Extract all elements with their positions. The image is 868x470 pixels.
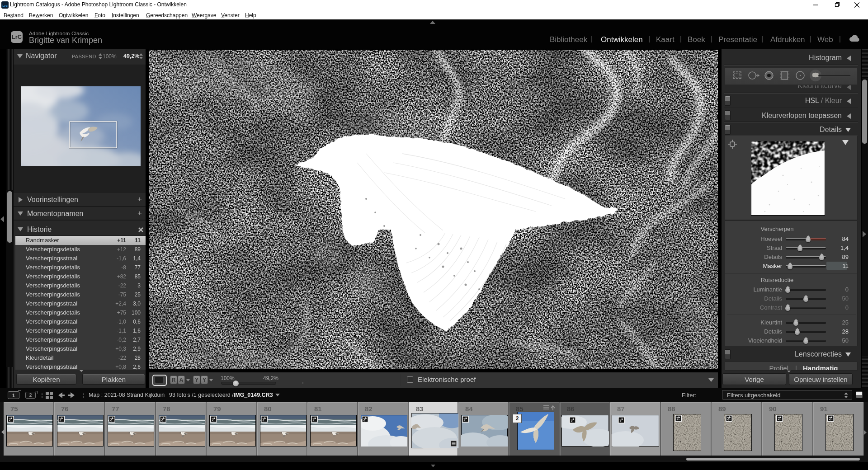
svg-text:Lrc: Lrc	[2, 4, 8, 8]
